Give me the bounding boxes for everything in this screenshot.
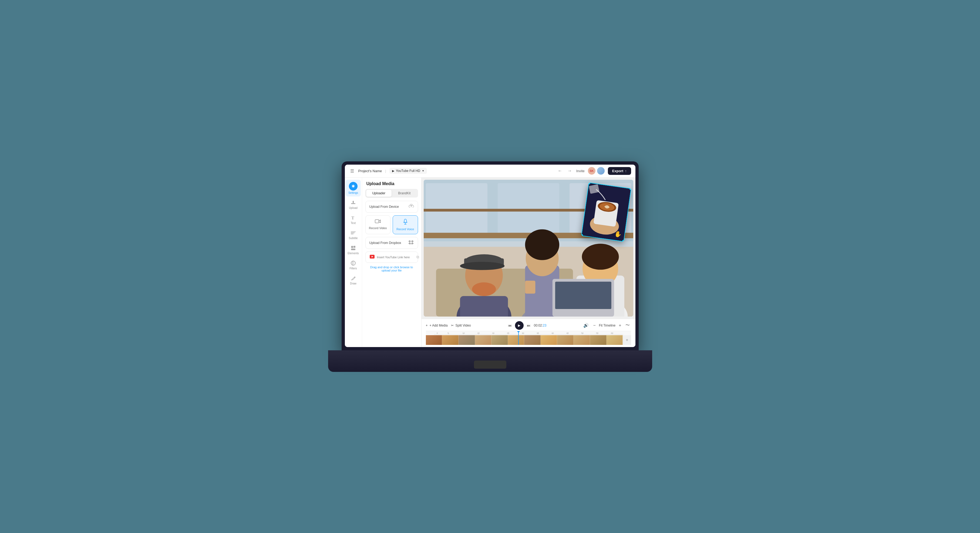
sidebar-item-elements[interactable]: Elements <box>346 243 361 257</box>
svg-text:15: 15 <box>477 332 480 335</box>
sidebar-item-subtitle[interactable]: Subtitle <box>346 228 361 242</box>
svg-text:60: 60 <box>611 332 613 335</box>
text-icon: T <box>350 215 356 221</box>
sidebar-item-settings[interactable]: Settings <box>346 180 361 197</box>
sidebar-item-draw[interactable]: Draw <box>346 273 361 287</box>
thumb-2 <box>442 335 458 345</box>
playhead-triangle <box>517 331 520 333</box>
overlay-svg <box>582 183 631 241</box>
youtube-input-field[interactable] <box>377 255 414 259</box>
rewind-button[interactable]: ⏮ <box>507 322 513 329</box>
svg-point-7 <box>351 246 353 248</box>
thumb-11 <box>590 335 606 345</box>
record-voice-label: Record Voice <box>396 227 414 231</box>
record-video-btn[interactable]: Record Video <box>365 215 391 234</box>
undo-button[interactable]: ← <box>557 167 563 174</box>
microphone-icon <box>403 219 408 226</box>
format-label: YouTube Full HD <box>396 169 420 173</box>
sidebar-item-filters[interactable]: Filters <box>346 258 361 272</box>
record-voice-btn[interactable]: Record Voice <box>393 215 418 234</box>
subtitle-icon <box>350 230 356 236</box>
fastforward-button[interactable]: ⏭ <box>526 322 532 329</box>
dropbox-icon <box>408 240 414 246</box>
youtube-link-section[interactable]: ⧉ <box>365 252 418 263</box>
svg-point-34 <box>472 282 496 296</box>
upload-from-device[interactable]: Upload From Device <box>365 201 418 213</box>
add-media-button[interactable]: + + Add Media <box>426 324 448 327</box>
youtube-icon <box>369 254 375 260</box>
svg-point-42 <box>582 244 619 270</box>
cloud-upload-icon <box>409 204 414 210</box>
svg-rect-12 <box>375 220 379 223</box>
minus-zoom-button[interactable]: − <box>592 322 597 329</box>
play-button[interactable]: ▶ <box>515 321 523 330</box>
sidebar-label-text: Text <box>351 222 356 225</box>
svg-point-11 <box>354 277 355 278</box>
top-bar-right: ← → Invite SK Export ↑ <box>557 167 631 175</box>
avatar-group: SK <box>588 167 605 174</box>
svg-rect-8 <box>353 246 355 248</box>
top-bar-left: ☰ Project's Name | ▶ YouTube Full HD ▼ <box>349 167 427 174</box>
svg-text:45: 45 <box>566 332 569 335</box>
thumb-8 <box>541 335 557 345</box>
browse-link[interactable]: browse <box>400 266 409 269</box>
sidebar-icons: Settings Upload <box>345 178 362 347</box>
plus-icon: + <box>426 324 428 327</box>
volume-button[interactable]: 🔊 <box>582 322 590 329</box>
svg-text:35: 35 <box>536 332 539 335</box>
user-avatar <box>597 167 605 174</box>
svg-text:0: 0 <box>437 332 438 335</box>
fit-timeline-label: Fit Timeline <box>599 324 616 327</box>
panel-title: Upload Media <box>362 178 421 189</box>
split-video-button[interactable]: ✂ Split Video <box>451 324 471 327</box>
thumb-5 <box>492 335 508 345</box>
cursor-icon: ✋ <box>614 230 622 238</box>
playback-controls: ⏮ ▶ ⏭ 00:02:23 <box>507 321 547 330</box>
right-controls: 🔊 − Fit Timeline + 〜 <box>582 321 631 329</box>
svg-text:20: 20 <box>492 332 495 335</box>
separator: | <box>385 169 386 173</box>
thumb-7 <box>524 335 541 345</box>
timeline-playhead[interactable] <box>518 331 519 345</box>
sidebar-item-upload[interactable]: Upload <box>346 198 361 212</box>
format-selector[interactable]: ▶ YouTube Full HD ▼ <box>390 168 427 174</box>
svg-point-33 <box>460 262 504 270</box>
thumb-3 <box>458 335 475 345</box>
tab-brandkit[interactable]: BrandKit <box>391 190 417 197</box>
export-button[interactable]: Export ↑ <box>608 167 631 175</box>
canvas-area: ↻ ✋ + + Add Media <box>422 178 635 347</box>
svg-rect-9 <box>351 249 355 250</box>
svg-rect-1 <box>351 203 355 204</box>
main-content: Settings Upload <box>345 178 635 347</box>
settings-icon <box>349 182 358 190</box>
upload-panel: Upload Media Uploader BrandKit Upload Fr… <box>362 178 422 347</box>
timeline-add-button[interactable]: + <box>623 335 631 345</box>
svg-text:5: 5 <box>447 332 449 335</box>
scissors-icon: ✂ <box>451 324 454 327</box>
upload-icon <box>350 200 356 206</box>
invite-button[interactable]: Invite <box>576 169 585 173</box>
menu-button[interactable]: ☰ <box>349 167 355 174</box>
draw-icon <box>350 275 356 281</box>
floating-overlay[interactable]: ↻ ✋ <box>581 182 631 241</box>
svg-rect-4 <box>351 232 356 232</box>
redo-button[interactable]: → <box>566 167 573 174</box>
svg-rect-29 <box>460 296 508 316</box>
elements-icon <box>350 245 356 251</box>
playback-bar: + + Add Media ✂ Split Video ⏮ ▶ ⏭ <box>426 321 631 330</box>
plus-zoom-button[interactable]: + <box>617 322 622 329</box>
sidebar-item-text[interactable]: T Text <box>346 213 361 227</box>
project-name: Project's Name <box>358 169 382 173</box>
drag-drop-text: Drag and drop or click browse to upload … <box>362 266 421 272</box>
svg-text:55: 55 <box>596 332 598 335</box>
svg-text:50: 50 <box>581 332 584 335</box>
format-icon: ▶ <box>392 169 394 173</box>
tab-uploader[interactable]: Uploader <box>366 190 392 197</box>
thumb-12 <box>606 335 623 345</box>
tab-group: Uploader BrandKit <box>365 189 418 198</box>
svg-rect-5 <box>351 233 355 233</box>
svg-rect-45 <box>555 281 611 309</box>
upload-from-dropbox[interactable]: Upload From Dropbox <box>365 237 418 249</box>
waveform-button[interactable]: 〜 <box>624 321 631 329</box>
svg-text:30: 30 <box>522 332 524 335</box>
